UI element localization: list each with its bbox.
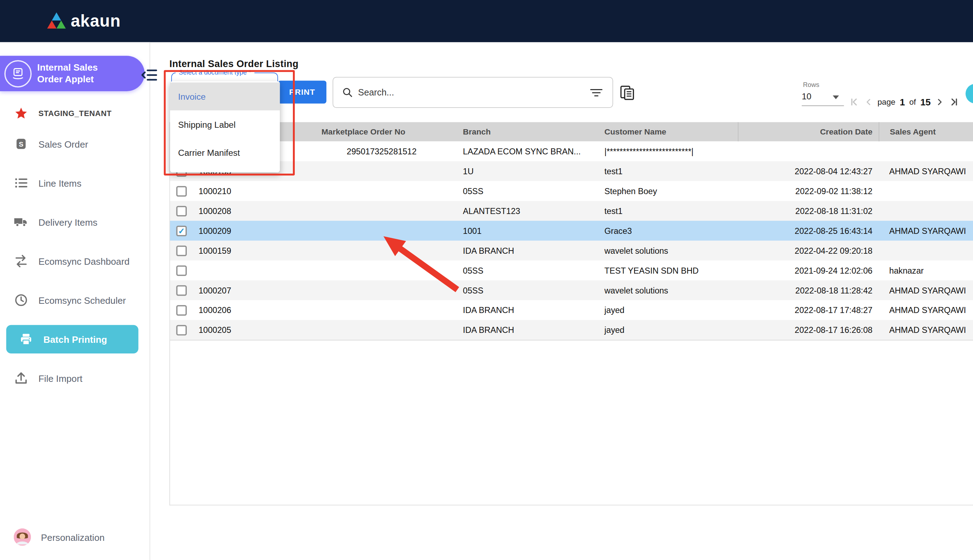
row-checkbox[interactable]: [176, 245, 187, 256]
filter-icon[interactable]: [590, 88, 602, 97]
rows-per-page-select[interactable]: 10: [802, 90, 844, 106]
cell-creation-date: 2022-08-17 17:48:27: [738, 305, 879, 315]
checkbox-cell: [170, 325, 193, 335]
cell-customer-name: wavelet solutions: [594, 286, 738, 295]
cell-branch: IDA BRANCH: [452, 305, 594, 315]
cell-customer-name: TEST YEASIN SDN BHD: [594, 266, 738, 275]
table-row[interactable]: 1000206 IDA BRANCH jayed 2022-08-17 17:4…: [170, 300, 973, 320]
cell-customer-name: Stephen Boey: [594, 186, 738, 195]
menu-item-invoice[interactable]: Invoice: [170, 82, 280, 110]
sidebar-item-label: Delivery Items: [38, 217, 97, 227]
page-total: 15: [920, 97, 931, 107]
pagination: page 1 of 15: [849, 93, 960, 110]
search-input[interactable]: [357, 87, 590, 98]
avatar: [13, 528, 31, 546]
checkbox-cell: [170, 225, 193, 236]
checkbox-cell: [170, 285, 193, 296]
cell-creation-date: 2022-08-04 12:43:27: [738, 167, 879, 176]
cell-branch: 1001: [452, 226, 594, 235]
search-box: [333, 77, 613, 108]
sales-order-table: Marketplace Order No Branch Customer Nam…: [169, 122, 973, 505]
printer-icon: [18, 332, 33, 347]
sidebar-item-personalization[interactable]: Personalization: [0, 525, 149, 549]
page-word: page: [878, 97, 896, 106]
cell-branch: 05SS: [452, 286, 594, 295]
floating-action-button[interactable]: [966, 84, 973, 103]
row-checkbox[interactable]: [176, 186, 187, 196]
cell-branch: 05SS: [452, 266, 594, 275]
page-current: 1: [900, 97, 905, 107]
header-sales-agent[interactable]: Sales Agent: [878, 122, 973, 141]
cell-branch: IDA BRANCH: [452, 246, 594, 255]
table-row[interactable]: 1000207 05SS wavelet solutions 2022-08-1…: [170, 280, 973, 300]
table-header: Marketplace Order No Branch Customer Nam…: [170, 122, 973, 141]
row-checkbox[interactable]: [176, 305, 187, 315]
row-checkbox[interactable]: [176, 285, 187, 296]
rows-value: 10: [802, 91, 811, 101]
sidebar-item-sales-order[interactable]: S Sales Order: [0, 131, 149, 156]
cell-branch: LAZADA ECOM SYNC BRAN...: [452, 147, 594, 156]
sync-arrows-icon: [13, 254, 28, 268]
cell-customer-name: jayed: [594, 325, 738, 335]
search-icon: [342, 87, 353, 98]
page-title: Internal Sales Order Listing: [169, 58, 299, 69]
cell-sales-agent: AHMAD SYARQAWI: [878, 226, 973, 235]
sidebar-item-staging-tenant[interactable]: STAGING_TENANT: [0, 101, 149, 126]
table-row[interactable]: 1000159 IDA BRANCH wavelet solutions 202…: [170, 241, 973, 260]
header-creation-date[interactable]: Creation Date: [738, 122, 879, 141]
view-columns-icon[interactable]: [619, 85, 635, 101]
next-page-icon[interactable]: [935, 97, 944, 106]
header-customer-name[interactable]: Customer Name: [594, 127, 738, 136]
sidebar-item-label: Batch Printing: [43, 334, 107, 345]
sidebar-item-delivery-items[interactable]: Delivery Items: [0, 210, 149, 235]
cell-sales-agent: haknazar: [878, 266, 973, 275]
checkbox-cell: [170, 186, 193, 196]
cell-customer-name: test1: [594, 167, 738, 176]
applet-header[interactable]: Internal Sales Order Applet: [0, 56, 145, 91]
cell-customer-name: wavelet solutions: [594, 246, 738, 255]
sidebar-collapse-icon[interactable]: [141, 67, 157, 83]
cell-customer-name: Grace3: [594, 226, 738, 235]
menu-item-carrier-manifest[interactable]: Carrier Manifest: [170, 138, 280, 167]
row-checkbox[interactable]: [176, 205, 187, 216]
cell-branch: IDA BRANCH: [452, 325, 594, 335]
menu-item-shipping-label[interactable]: Shipping Label: [170, 110, 280, 138]
checkbox-cell: [170, 245, 193, 256]
table-row[interactable]: 295017325281512 LAZADA ECOM SYNC BRAN...…: [170, 141, 973, 161]
table-row[interactable]: 1000155 1U test1 2022-08-04 12:43:27 AHM…: [170, 161, 973, 181]
sidebar-item-batch-printing[interactable]: Batch Printing: [6, 325, 138, 353]
applet-icon: [4, 60, 32, 87]
sidebar-item-ecomsync-scheduler[interactable]: Ecomsync Scheduler: [0, 288, 149, 313]
cell-creation-date: 2022-08-18 11:28:42: [738, 286, 879, 295]
sidebar-item-ecomsync-dashboard[interactable]: Ecomsync Dashboard: [0, 249, 149, 273]
table-row[interactable]: 1000205 IDA BRANCH jayed 2022-08-17 16:2…: [170, 320, 973, 341]
cell-creation-date: 2021-09-24 12:02:06: [738, 266, 879, 275]
table-row[interactable]: 05SS TEST YEASIN SDN BHD 2021-09-24 12:0…: [170, 260, 973, 280]
sidebar-item-file-import[interactable]: File Import: [0, 366, 149, 391]
sidebar: Internal Sales Order Applet STAGING_TENA…: [0, 42, 150, 560]
of-word: of: [909, 97, 916, 106]
header-branch[interactable]: Branch: [452, 127, 594, 136]
first-page-icon[interactable]: [849, 97, 860, 107]
header-marketplace-order-no[interactable]: Marketplace Order No: [311, 127, 452, 136]
logo-text: akaun: [71, 12, 121, 30]
row-checkbox[interactable]: [176, 325, 187, 335]
last-page-icon[interactable]: [948, 97, 959, 107]
cell-branch: ALANTEST123: [452, 206, 594, 215]
sidebar-item-label: STAGING_TENANT: [38, 109, 112, 118]
cell-creation-date: 2022-08-17 16:26:08: [738, 325, 879, 335]
cell-customer-name: jayed: [594, 305, 738, 315]
sidebar-item-label: Ecomsync Dashboard: [38, 256, 129, 267]
row-checkbox[interactable]: [176, 225, 187, 236]
prev-page-icon[interactable]: [864, 97, 873, 106]
print-button[interactable]: PRINT: [278, 80, 326, 103]
line-items-icon: [13, 176, 28, 190]
sidebar-item-line-items[interactable]: Line Items: [0, 171, 149, 195]
checkbox-cell: [170, 305, 193, 315]
upload-icon: [13, 371, 28, 386]
table-row[interactable]: 1000210 05SS Stephen Boey 2022-09-02 11:…: [170, 181, 973, 201]
table-row[interactable]: 1000208 ALANTEST123 test1 2022-08-18 11:…: [170, 201, 973, 221]
table-row[interactable]: 1000209 1001 Grace3 2022-08-25 16:43:14 …: [170, 221, 973, 241]
row-checkbox[interactable]: [176, 265, 187, 276]
sales-order-icon: S: [13, 136, 28, 151]
